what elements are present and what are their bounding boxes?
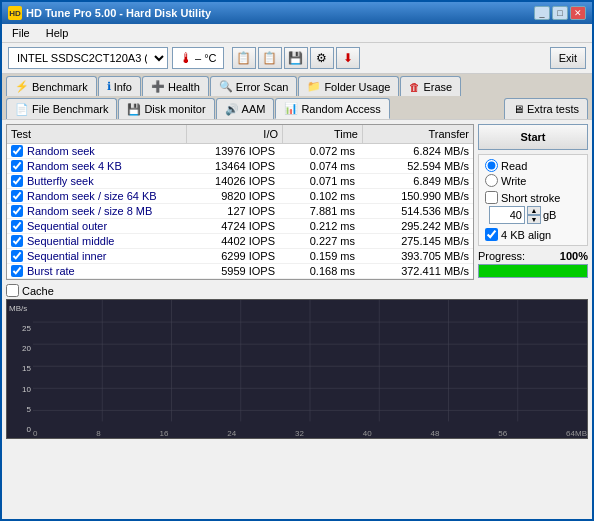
toolbar-icon-4[interactable]: ⚙ — [310, 47, 334, 69]
tab-file-benchmark[interactable]: 📄 File Benchmark — [6, 98, 117, 119]
row-name-5: Sequential outer — [27, 220, 107, 232]
write-radio[interactable] — [485, 174, 498, 187]
tabs-row2: 📄 File Benchmark 💾 Disk monitor 🔊 AAM 📊 … — [2, 96, 592, 119]
y-axis: MB/s 25 20 15 10 5 0 — [7, 300, 33, 438]
read-radio[interactable] — [485, 159, 498, 172]
toolbar-icon-2[interactable]: 📋 — [258, 47, 282, 69]
temp-value: – °C — [195, 52, 217, 64]
row-checkbox-7[interactable] — [11, 250, 23, 262]
menu-help[interactable]: Help — [42, 26, 73, 40]
y-label-25: 25 — [9, 324, 31, 333]
title-bar-left: HD HD Tune Pro 5.00 - Hard Disk Utility — [8, 6, 211, 20]
row-name-2: Butterfly seek — [27, 175, 94, 187]
row-time-2: 0.071 ms — [283, 174, 363, 188]
stroke-spinner: ▲ ▼ — [527, 206, 541, 224]
app-icon: HD — [8, 6, 22, 20]
cache-checkbox[interactable] — [6, 284, 19, 297]
test-table: Test I/O Time Transfer Random seek 13976… — [6, 124, 474, 280]
tab-error-scan[interactable]: 🔍 Error Scan — [210, 76, 298, 96]
row-checkbox-3[interactable] — [11, 190, 23, 202]
align-label: 4 KB align — [501, 229, 551, 241]
table-row: Random seek 13976 IOPS 0.072 ms 6.824 MB… — [7, 144, 473, 159]
row-transfer-1: 52.594 MB/s — [363, 159, 473, 173]
tab-health[interactable]: ➕ Health — [142, 76, 209, 96]
stroke-up-button[interactable]: ▲ — [527, 206, 541, 215]
progress-bar-outer — [478, 264, 588, 278]
tab-random-access[interactable]: 📊 Random Access — [275, 98, 389, 119]
row-checkbox-2[interactable] — [11, 175, 23, 187]
exit-button[interactable]: Exit — [550, 47, 586, 69]
tab-extra-tests[interactable]: 🖥 Extra tests — [504, 98, 588, 119]
erase-icon: 🗑 — [409, 81, 420, 93]
row-name-cell: Sequential inner — [7, 249, 187, 263]
row-checkbox-8[interactable] — [11, 265, 23, 277]
read-radio-row: Read — [485, 159, 581, 172]
row-time-1: 0.074 ms — [283, 159, 363, 173]
tab-folder-usage[interactable]: 📁 Folder Usage — [298, 76, 399, 96]
y-label-0: 0 — [9, 425, 31, 434]
tab-benchmark[interactable]: ⚡ Benchmark — [6, 76, 97, 96]
table-row: Sequential middle 4402 IOPS 0.227 ms 275… — [7, 234, 473, 249]
file-benchmark-icon: 📄 — [15, 103, 29, 116]
close-button[interactable]: ✕ — [570, 6, 586, 20]
toolbar-icon-1[interactable]: 📋 — [232, 47, 256, 69]
right-panel: Start Read Write Short stroke ▲ — [478, 124, 588, 280]
x-label-24: 24 — [227, 429, 236, 438]
drive-select[interactable]: INTEL SSDSC2CT120A3 (120 gB) — [8, 47, 168, 69]
table-row: Random seek 4 KB 13464 IOPS 0.074 ms 52.… — [7, 159, 473, 174]
row-name-cell: Random seek — [7, 144, 187, 158]
align-row: 4 KB align — [485, 228, 581, 241]
row-name-cell: Sequential outer — [7, 219, 187, 233]
stroke-down-button[interactable]: ▼ — [527, 215, 541, 224]
tab-erase[interactable]: 🗑 Erase — [400, 76, 461, 96]
progress-section: Progress: 100% — [478, 250, 588, 278]
y-label-15: 15 — [9, 364, 31, 373]
short-stroke-checkbox[interactable] — [485, 191, 498, 204]
short-stroke-label: Short stroke — [501, 192, 560, 204]
x-label-32: 32 — [295, 429, 304, 438]
row-time-4: 7.881 ms — [283, 204, 363, 218]
chart-plot: 0 8 16 24 32 40 48 56 64MB — [33, 300, 587, 438]
title-bar: HD HD Tune Pro 5.00 - Hard Disk Utility … — [2, 2, 592, 24]
write-radio-row: Write — [485, 174, 581, 187]
row-name-8: Burst rate — [27, 265, 75, 277]
row-transfer-6: 275.145 MB/s — [363, 234, 473, 248]
toolbar-icons: 📋 📋 💾 ⚙ ⬇ — [232, 47, 360, 69]
toolbar-icon-3[interactable]: 💾 — [284, 47, 308, 69]
maximize-button[interactable]: □ — [552, 6, 568, 20]
row-io-1: 13464 IOPS — [187, 159, 283, 173]
row-checkbox-5[interactable] — [11, 220, 23, 232]
x-label-64mb: 64MB — [566, 429, 587, 438]
health-icon: ➕ — [151, 80, 165, 93]
progress-label-row: Progress: 100% — [478, 250, 588, 262]
tab-info[interactable]: ℹ Info — [98, 76, 141, 96]
table-row: Sequential outer 4724 IOPS 0.212 ms 295.… — [7, 219, 473, 234]
row-transfer-8: 372.411 MB/s — [363, 264, 473, 278]
start-button[interactable]: Start — [478, 124, 588, 150]
row-io-2: 14026 IOPS — [187, 174, 283, 188]
x-label-56: 56 — [498, 429, 507, 438]
row-checkbox-6[interactable] — [11, 235, 23, 247]
minimize-button[interactable]: _ — [534, 6, 550, 20]
x-label-48: 48 — [431, 429, 440, 438]
row-checkbox-0[interactable] — [11, 145, 23, 157]
row-checkbox-4[interactable] — [11, 205, 23, 217]
row-time-8: 0.168 ms — [283, 264, 363, 278]
tab-disk-monitor[interactable]: 💾 Disk monitor — [118, 98, 214, 119]
stroke-value-input[interactable] — [489, 206, 525, 224]
col-header-test: Test — [7, 125, 187, 143]
y-label-10: 10 — [9, 385, 31, 394]
row-name-4: Random seek / size 8 MB — [27, 205, 152, 217]
tab-aam[interactable]: 🔊 AAM — [216, 98, 275, 119]
toolbar: INTEL SSDSC2CT120A3 (120 gB) 🌡 – °C 📋 📋 … — [2, 43, 592, 74]
row-io-4: 127 IOPS — [187, 204, 283, 218]
menu-bar: File Help — [2, 24, 592, 43]
y-label-20: 20 — [9, 344, 31, 353]
align-checkbox[interactable] — [485, 228, 498, 241]
row-checkbox-1[interactable] — [11, 160, 23, 172]
menu-file[interactable]: File — [8, 26, 34, 40]
toolbar-icon-5[interactable]: ⬇ — [336, 47, 360, 69]
window-title: HD Tune Pro 5.00 - Hard Disk Utility — [26, 7, 211, 19]
row-transfer-3: 150.990 MB/s — [363, 189, 473, 203]
x-axis: 0 8 16 24 32 40 48 56 64MB — [33, 429, 587, 438]
